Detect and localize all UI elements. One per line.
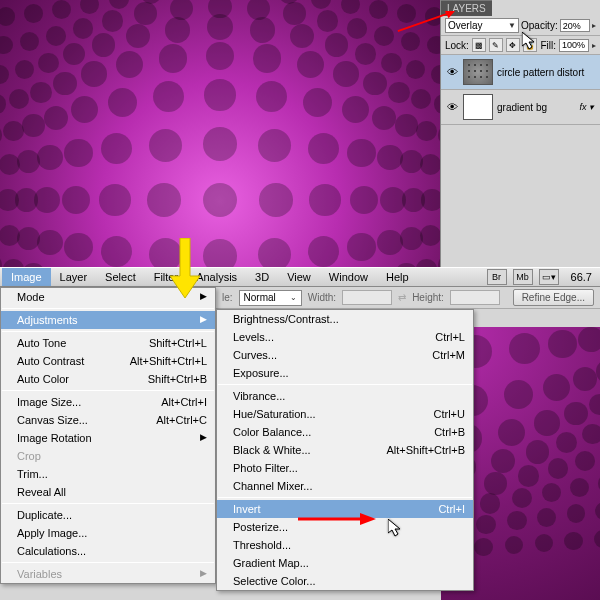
opacity-chevron-icon[interactable]: ▸ <box>592 21 596 30</box>
image-menu-apply-image[interactable]: Apply Image... <box>1 524 215 542</box>
opacity-field[interactable]: 20% <box>560 19 590 32</box>
adjustments-color-balance[interactable]: Color Balance...Ctrl+B <box>217 423 473 441</box>
document-canvas-top[interactable] <box>0 0 440 268</box>
annotation-red-arrow-panel <box>396 10 456 50</box>
cursor-icon <box>388 519 402 537</box>
bridge-button[interactable]: Br <box>487 269 507 285</box>
adjustments-exposure[interactable]: Exposure... <box>217 364 473 382</box>
layer-thumbnail[interactable] <box>463 94 493 120</box>
visibility-eye-icon[interactable]: 👁 <box>445 101 459 113</box>
adjustments-threshold[interactable]: Threshold... <box>217 536 473 554</box>
height-field[interactable] <box>450 290 500 305</box>
adjustments-gradient-map[interactable]: Gradient Map... <box>217 554 473 572</box>
layer-row[interactable]: 👁gradient bgfx ▾ <box>441 90 600 125</box>
adjustments-submenu: Brightness/Contrast...Levels...Ctrl+LCur… <box>216 309 474 591</box>
image-menu-auto-contrast[interactable]: Auto ContrastAlt+Shift+Ctrl+L <box>1 352 215 370</box>
adjustments-photo-filter[interactable]: Photo Filter... <box>217 459 473 477</box>
svg-marker-5 <box>522 32 534 49</box>
layer-row[interactable]: 👁circle pattern distort <box>441 55 600 90</box>
options-mode-select[interactable]: Normal ⌄ <box>239 290 302 306</box>
image-menu-dropdown: Mode▶Adjustments▶Auto ToneShift+Ctrl+LAu… <box>0 287 216 584</box>
width-label: Width: <box>308 292 336 303</box>
svg-marker-6 <box>388 519 400 536</box>
menu-help[interactable]: Help <box>377 268 418 286</box>
image-menu-image-rotation[interactable]: Image Rotation▶ <box>1 429 215 447</box>
visibility-eye-icon[interactable]: 👁 <box>445 66 459 78</box>
annotation-red-arrow-invert <box>296 510 376 528</box>
layers-panel: LAYERS Overlay ▼ Opacity: 20% ▸ Lock: ▩ … <box>440 0 600 268</box>
adjustments-channel-mixer[interactable]: Channel Mixer... <box>217 477 473 495</box>
fill-label: Fill: <box>540 40 556 51</box>
refine-edge-button[interactable]: Refine Edge... <box>513 289 594 306</box>
options-prelabel: le: <box>222 292 233 303</box>
menu-window[interactable]: Window <box>320 268 377 286</box>
adjustments-brightness-contrast[interactable]: Brightness/Contrast... <box>217 310 473 328</box>
chevron-down-icon: ⌄ <box>290 293 297 302</box>
options-bar: le: Normal ⌄ Width: ⇄ Height: Refine Edg… <box>216 287 600 309</box>
annotation-yellow-arrow <box>170 238 200 298</box>
image-menu-auto-color[interactable]: Auto ColorShift+Ctrl+B <box>1 370 215 388</box>
layer-name[interactable]: gradient bg <box>497 102 575 113</box>
fill-field[interactable]: 100% <box>559 39 589 52</box>
image-menu-variables: Variables▶ <box>1 565 215 583</box>
lock-transparency-icon[interactable]: ▩ <box>472 38 486 52</box>
adjustments-black-white[interactable]: Black & White...Alt+Shift+Ctrl+B <box>217 441 473 459</box>
adjustments-hue-saturation[interactable]: Hue/Saturation...Ctrl+U <box>217 405 473 423</box>
image-menu-trim[interactable]: Trim... <box>1 465 215 483</box>
image-menu-crop: Crop <box>1 447 215 465</box>
zoom-level: 66.7 <box>571 271 592 283</box>
opacity-label: Opacity: <box>521 20 558 31</box>
fx-indicator[interactable]: fx ▾ <box>579 102 594 112</box>
cursor-icon <box>522 32 536 50</box>
adjustments-curves[interactable]: Curves...Ctrl+M <box>217 346 473 364</box>
menu-layer[interactable]: Layer <box>51 268 97 286</box>
height-label: Height: <box>412 292 444 303</box>
lock-move-icon[interactable]: ✥ <box>506 38 520 52</box>
chevron-down-icon: ▼ <box>508 21 516 30</box>
adjustments-selective-color[interactable]: Selective Color... <box>217 572 473 590</box>
image-menu-image-size[interactable]: Image Size...Alt+Ctrl+I <box>1 393 215 411</box>
svg-marker-4 <box>360 513 376 525</box>
menu-select[interactable]: Select <box>96 268 145 286</box>
image-menu-duplicate[interactable]: Duplicate... <box>1 506 215 524</box>
screen-mode-button[interactable]: ▭▾ <box>539 269 559 285</box>
image-menu-auto-tone[interactable]: Auto ToneShift+Ctrl+L <box>1 334 215 352</box>
menu-view[interactable]: View <box>278 268 320 286</box>
image-menu-calculations[interactable]: Calculations... <box>1 542 215 560</box>
lock-brush-icon[interactable]: ✎ <box>489 38 503 52</box>
minibridge-button[interactable]: Mb <box>513 269 533 285</box>
svg-line-1 <box>398 14 448 32</box>
adjustments-vibrance[interactable]: Vibrance... <box>217 387 473 405</box>
blend-mode-select[interactable]: Overlay ▼ <box>445 18 519 33</box>
width-field[interactable] <box>342 290 392 305</box>
image-menu-reveal-all[interactable]: Reveal All <box>1 483 215 501</box>
svg-marker-0 <box>170 238 200 298</box>
image-menu-canvas-size[interactable]: Canvas Size...Alt+Ctrl+C <box>1 411 215 429</box>
image-menu-adjustments[interactable]: Adjustments▶ <box>1 311 215 329</box>
adjustments-levels[interactable]: Levels...Ctrl+L <box>217 328 473 346</box>
layer-name[interactable]: circle pattern distort <box>497 67 596 78</box>
menu-3d[interactable]: 3D <box>246 268 278 286</box>
menu-image[interactable]: Image <box>2 268 51 286</box>
layer-thumbnail[interactable] <box>463 59 493 85</box>
fill-chevron-icon[interactable]: ▸ <box>592 41 596 50</box>
menu-bar: ImageLayerSelectFilterAnalysis3DViewWind… <box>0 267 600 287</box>
options-mode-value: Normal <box>244 292 276 303</box>
